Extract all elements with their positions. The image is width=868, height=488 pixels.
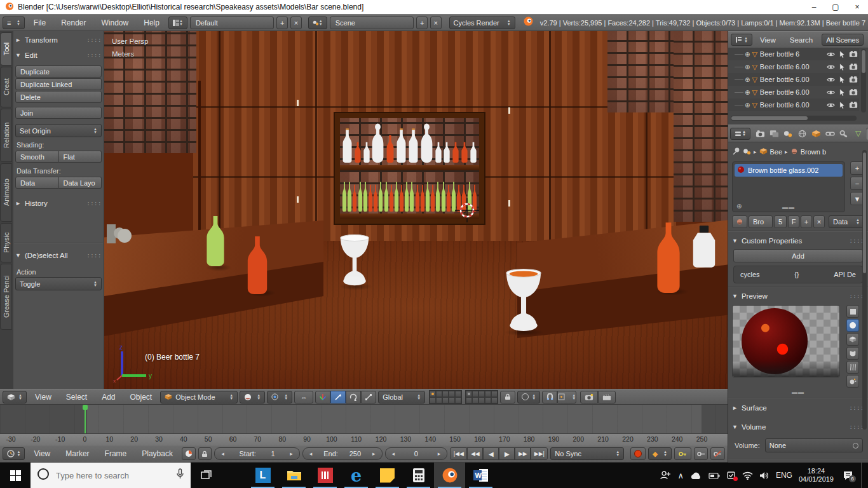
shelf-bottle-red-small[interactable] — [452, 142, 459, 165]
panel-volume[interactable]: ▼ Volume:::: — [728, 421, 868, 433]
selectability-cursor-icon[interactable] — [836, 63, 848, 71]
layer-cell[interactable] — [430, 391, 436, 397]
orange-wine-bottle[interactable] — [654, 222, 682, 295]
taskbar-app-sticky-notes[interactable] — [372, 463, 403, 488]
menu-file[interactable]: File — [27, 15, 52, 30]
beer-bottle-green[interactable] — [378, 181, 383, 214]
lock-range-button[interactable] — [198, 447, 212, 460]
volume-shader-dropdown[interactable]: None — [765, 438, 863, 452]
taskbar-search-box[interactable] — [31, 463, 191, 488]
preview-resize-grip[interactable]: ▬▬ — [728, 389, 868, 395]
add-layout-button[interactable]: + — [276, 17, 288, 29]
preview-flat-button[interactable] — [846, 305, 859, 318]
layer-cell[interactable] — [455, 391, 461, 397]
timeline-marker-menu[interactable]: Marker — [59, 445, 95, 462]
custom-property-value[interactable]: {} — [794, 271, 799, 278]
panel-custom-properties[interactable]: ▼ Custom Properties:::: — [728, 234, 868, 247]
delete-scene-button[interactable]: × — [430, 17, 442, 29]
taskbar-app-word[interactable]: W — [465, 463, 496, 488]
tab-data[interactable]: ▽ — [852, 128, 864, 140]
breadcrumb-object-name[interactable]: Bee — [770, 148, 783, 156]
view-menu[interactable]: View — [29, 390, 58, 404]
shelf-bottle-white-small[interactable] — [470, 142, 477, 165]
delete-button[interactable]: Delete — [15, 91, 102, 103]
panel-grip[interactable]: :::: — [87, 201, 102, 207]
tab-scene[interactable] — [782, 128, 794, 140]
expand-icon[interactable]: ⊕ — [745, 51, 750, 58]
material-users-count[interactable]: 5 — [774, 215, 787, 228]
join-button[interactable]: Join — [15, 107, 102, 119]
security-alert-icon[interactable] — [726, 471, 736, 480]
panel-grip[interactable]: :::: — [87, 53, 102, 58]
lock-camera-button[interactable] — [500, 391, 515, 403]
renderability-camera-icon[interactable] — [848, 50, 859, 58]
shade-flat-button[interactable]: Flat — [59, 151, 102, 163]
beer-bottle-red[interactable] — [368, 184, 373, 214]
renderability-camera-icon[interactable] — [848, 88, 859, 96]
beer-bottle-green[interactable] — [394, 181, 399, 214]
renderability-camera-icon[interactable] — [848, 76, 859, 83]
visibility-eye-icon[interactable] — [825, 63, 836, 71]
frame-end-field[interactable]: ◂End:250▸ — [302, 447, 383, 460]
add-slot-icon[interactable]: ⊕ — [736, 203, 742, 210]
outliner-item[interactable]: ⊕▽Beer bottle 6 — [728, 48, 859, 60]
wall-lamp[interactable] — [105, 222, 133, 252]
shade-smooth-button[interactable]: Smooth — [15, 151, 59, 163]
preview-monkey-button[interactable] — [846, 347, 859, 360]
beer-bottle-red[interactable] — [415, 184, 420, 214]
outliner-item[interactable]: ⊕▽Beer bottle 6.00 — [728, 73, 859, 86]
beer-bottle-red[interactable] — [389, 184, 394, 214]
tab-render-layers[interactable] — [768, 128, 780, 140]
beer-bottle-red[interactable] — [430, 184, 435, 214]
outliner-vertical-scrollbar[interactable] — [861, 49, 866, 112]
screen-layout-icon-button[interactable]: ▲▼ — [168, 17, 187, 29]
duplicate-linked-button[interactable]: Duplicate Linked — [15, 78, 102, 90]
beer-bottle-red[interactable] — [446, 184, 451, 214]
timeline-playback-menu[interactable]: Playback — [135, 445, 179, 462]
outliner-search-menu[interactable]: Search — [783, 32, 819, 48]
beer-bottle-green[interactable] — [358, 181, 363, 214]
list-resize-grip[interactable]: ▬▬ — [782, 204, 795, 210]
timeline-ruler[interactable]: -30-20-100102030405060708090100110120130… — [0, 433, 728, 445]
layer-cell[interactable] — [491, 397, 498, 403]
action-dropdown[interactable]: Toggle▲▼ — [15, 277, 102, 290]
editor-type-selector[interactable]: ▲▼ — [3, 391, 27, 403]
beer-bottle-green[interactable] — [435, 181, 440, 214]
next-keyframe-button[interactable]: ▶▶ — [515, 447, 531, 460]
layer-cell[interactable] — [449, 397, 455, 403]
renderability-camera-icon[interactable] — [848, 101, 859, 109]
unlink-material-button[interactable]: × — [813, 215, 825, 228]
layer-cell[interactable] — [485, 397, 491, 403]
outliner-display-filter[interactable]: All Scenes — [822, 34, 864, 46]
beer-bottle-green[interactable] — [363, 181, 368, 214]
snap-element-dropdown[interactable]: ▲▼ — [557, 391, 576, 403]
outliner-item[interactable]: ⊕▽Beer bottle 6.00 — [728, 60, 859, 73]
outliner-horizontal-scrollbar[interactable] — [731, 116, 857, 121]
set-origin-dropdown[interactable]: Set Origin▲▼ — [15, 124, 102, 137]
material-breadcrumb-icon[interactable] — [790, 146, 798, 158]
shelf-bottle-red-small[interactable] — [461, 142, 468, 165]
layer-cell[interactable] — [478, 397, 485, 403]
preview-range-button[interactable] — [182, 447, 196, 460]
pin-icon[interactable] — [732, 146, 740, 158]
select-menu[interactable]: Select — [60, 390, 93, 404]
minimize-button[interactable]: – — [803, 3, 825, 11]
beer-bottle-green[interactable] — [409, 181, 414, 214]
snap-magnet-button[interactable] — [542, 391, 557, 403]
outliner-item[interactable]: ⊕▽Beer bottle 6.00 — [728, 98, 859, 111]
shelf-bottle-red-small[interactable] — [354, 142, 362, 165]
selectability-cursor-icon[interactable] — [836, 101, 848, 109]
beer-bottle-green[interactable] — [384, 181, 389, 214]
preview-sphere-button[interactable] — [846, 319, 859, 332]
record-button[interactable] — [630, 447, 645, 460]
shelf-bottle-white-small[interactable] — [363, 142, 370, 165]
tab-render[interactable] — [754, 128, 766, 140]
beer-bottle-red[interactable] — [399, 184, 404, 214]
start-button[interactable] — [0, 463, 31, 488]
action-center-icon[interactable]: 6 — [843, 471, 853, 480]
shelf-bottle-white-small[interactable] — [443, 142, 451, 165]
translate-manipulator-button[interactable] — [330, 391, 346, 403]
fake-user-button[interactable]: F — [788, 215, 799, 228]
maximize-button[interactable]: ▢ — [825, 3, 846, 11]
people-icon[interactable] — [660, 471, 671, 480]
